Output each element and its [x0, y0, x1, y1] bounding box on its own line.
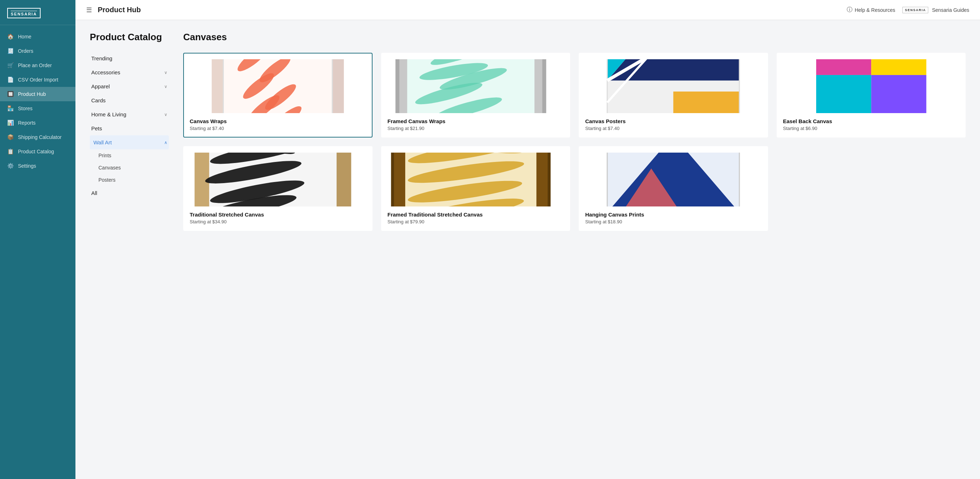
- csv-order-import-icon: 📄: [7, 76, 14, 83]
- sidebar-item-place-an-order[interactable]: 🛒Place an Order: [0, 58, 75, 73]
- category-item-cards[interactable]: Cards: [90, 94, 169, 107]
- svg-rect-1: [212, 59, 223, 113]
- product-image-traditional-stretched-canvas: [190, 152, 366, 206]
- category-label-trending: Trending: [91, 55, 113, 62]
- place-an-order-icon: 🛒: [7, 62, 14, 68]
- product-price-framed-traditional-stretched-canvas: Starting at $79.90: [388, 219, 564, 224]
- orders-icon: 🧾: [7, 48, 14, 54]
- hamburger-button[interactable]: ☰: [86, 6, 92, 14]
- sidebar-item-settings[interactable]: ⚙️Settings: [0, 159, 75, 173]
- help-resources-link[interactable]: ⓘ Help & Resources: [847, 6, 895, 14]
- sidebar-item-reports[interactable]: 📊Reports: [0, 116, 75, 130]
- sidebar-label-product-catalog: Product Catalog: [18, 149, 54, 154]
- wall-art-subitems: PrintsCanvasesPosters: [90, 149, 169, 186]
- category-panel: Product Catalog TrendingAccessories∨Appa…: [90, 32, 169, 468]
- product-price-canvas-posters: Starting at $7.40: [585, 126, 762, 131]
- product-card-canvas-posters[interactable]: Canvas Posters Starting at $7.40: [579, 53, 768, 138]
- product-card-traditional-stretched-canvas[interactable]: Traditional Stretched Canvas Starting at…: [183, 146, 372, 231]
- sub-item-prints[interactable]: Prints: [97, 149, 169, 162]
- sidebar-item-product-hub[interactable]: 🔲Product Hub: [0, 87, 75, 101]
- sidebar-label-csv-order-import: CSV Order Import: [18, 77, 58, 82]
- category-item-accessories[interactable]: Accessories∨: [90, 65, 169, 79]
- sub-item-posters[interactable]: Posters: [97, 174, 169, 186]
- category-label-cards: Cards: [91, 97, 106, 103]
- svg-rect-30: [871, 59, 926, 75]
- product-hub-icon: 🔲: [7, 91, 14, 97]
- sidebar-item-home[interactable]: 🏠Home: [0, 29, 75, 44]
- sidebar-item-shipping-calculator[interactable]: 📦Shipping Calculator: [0, 130, 75, 144]
- content-area: Product Catalog TrendingAccessories∨Appa…: [75, 20, 980, 479]
- product-name-canvas-wraps: Canvas Wraps: [190, 118, 366, 124]
- sidebar-item-product-catalog[interactable]: 📋Product Catalog: [0, 144, 75, 159]
- home-icon: 🏠: [7, 33, 14, 40]
- product-card-framed-canvas-wraps[interactable]: Framed Canvas Wraps Starting at $21.90: [381, 53, 571, 138]
- product-price-easel-back-canvas: Starting at $6.90: [783, 126, 959, 131]
- sidebar-item-orders[interactable]: 🧾Orders: [0, 44, 75, 58]
- product-image-framed-traditional-stretched-canvas: [388, 152, 564, 206]
- category-item-pets[interactable]: Pets: [90, 121, 169, 135]
- svg-rect-24: [673, 92, 739, 113]
- sidebar: SENSARIA 🏠Home🧾Orders🛒Place an Order📄CSV…: [0, 0, 75, 479]
- chevron-wall-art: ∧: [164, 140, 167, 145]
- chevron-apparel: ∨: [164, 84, 167, 89]
- header-right: ⓘ Help & Resources SENSARIA Sensaria Gui…: [847, 6, 969, 14]
- guide-label: Sensaria Guides: [932, 7, 969, 13]
- svg-rect-2: [333, 59, 344, 113]
- help-icon: ⓘ: [847, 6, 853, 14]
- product-price-canvas-wraps: Starting at $7.40: [190, 126, 366, 131]
- help-label: Help & Resources: [854, 7, 895, 13]
- chevron-home-living: ∨: [164, 112, 167, 117]
- settings-icon: ⚙️: [7, 163, 14, 169]
- product-name-hanging-canvas-prints: Hanging Canvas Prints: [585, 211, 762, 217]
- header: ☰ Product Hub ⓘ Help & Resources SENSARI…: [75, 0, 980, 20]
- sidebar-label-settings: Settings: [18, 163, 36, 169]
- product-panel: Canvases Canvas Wraps Starting at $7.40: [183, 32, 966, 468]
- stores-icon: 🏪: [7, 105, 14, 112]
- category-item-apparel[interactable]: Apparel∨: [90, 79, 169, 94]
- product-name-framed-traditional-stretched-canvas: Framed Traditional Stretched Canvas: [388, 211, 564, 217]
- shipping-calculator-icon: 📦: [7, 134, 14, 140]
- category-list: TrendingAccessories∨Apparel∨CardsHome & …: [90, 51, 169, 200]
- logo: SENSARIA: [0, 0, 75, 25]
- sidebar-item-csv-order-import[interactable]: 📄CSV Order Import: [0, 73, 75, 87]
- category-panel-title: Product Catalog: [90, 32, 169, 43]
- sidebar-label-reports: Reports: [18, 120, 35, 126]
- category-item-trending[interactable]: Trending: [90, 51, 169, 65]
- product-image-framed-canvas-wraps: [388, 59, 564, 113]
- product-card-hanging-canvas-prints[interactable]: Hanging Canvas Prints Starting at $18.90: [579, 146, 768, 231]
- header-left: ☰ Product Hub: [86, 6, 141, 14]
- product-card-canvas-wraps[interactable]: Canvas Wraps Starting at $7.40: [183, 53, 372, 138]
- svg-rect-31: [816, 75, 871, 113]
- main-area: ☰ Product Hub ⓘ Help & Resources SENSARI…: [75, 0, 980, 479]
- sidebar-label-home: Home: [18, 34, 31, 40]
- product-image-hanging-canvas-prints: [585, 152, 762, 206]
- product-name-canvas-posters: Canvas Posters: [585, 118, 762, 124]
- product-card-framed-traditional-stretched-canvas[interactable]: Framed Traditional Stretched Canvas Star…: [381, 146, 571, 231]
- product-price-hanging-canvas-prints: Starting at $18.90: [585, 219, 762, 224]
- product-image-canvas-posters: [585, 59, 762, 113]
- product-card-easel-back-canvas[interactable]: Easel Back Canvas Starting at $6.90: [777, 53, 966, 138]
- category-item-all[interactable]: All: [90, 186, 169, 200]
- sensaria-guides-link[interactable]: SENSARIA Sensaria Guides: [902, 7, 969, 13]
- sidebar-label-orders: Orders: [18, 48, 33, 54]
- sidebar-nav: 🏠Home🧾Orders🛒Place an Order📄CSV Order Im…: [0, 25, 75, 479]
- category-label-wall-art: Wall Art: [94, 139, 112, 146]
- sidebar-label-shipping-calculator: Shipping Calculator: [18, 134, 61, 140]
- sidebar-item-stores[interactable]: 🏪Stores: [0, 101, 75, 116]
- product-name-easel-back-canvas: Easel Back Canvas: [783, 118, 959, 124]
- svg-rect-29: [816, 59, 871, 75]
- product-name-framed-canvas-wraps: Framed Canvas Wraps: [388, 118, 564, 124]
- sub-item-canvases[interactable]: Canvases: [97, 162, 169, 174]
- product-catalog-icon: 📋: [7, 148, 14, 155]
- svg-rect-36: [337, 152, 352, 206]
- product-price-traditional-stretched-canvas: Starting at $34.90: [190, 219, 366, 224]
- category-item-wall-art[interactable]: Wall Art∧: [90, 135, 169, 149]
- sensaria-logo-small: SENSARIA: [902, 7, 929, 13]
- category-item-home-living[interactable]: Home & Living∨: [90, 107, 169, 121]
- product-name-traditional-stretched-canvas: Traditional Stretched Canvas: [190, 211, 366, 217]
- product-price-framed-canvas-wraps: Starting at $21.90: [388, 126, 564, 131]
- product-panel-title: Canvases: [183, 32, 966, 43]
- chevron-accessories: ∨: [164, 70, 167, 75]
- category-label-pets: Pets: [91, 125, 102, 132]
- product-image-easel-back-canvas: [783, 59, 959, 113]
